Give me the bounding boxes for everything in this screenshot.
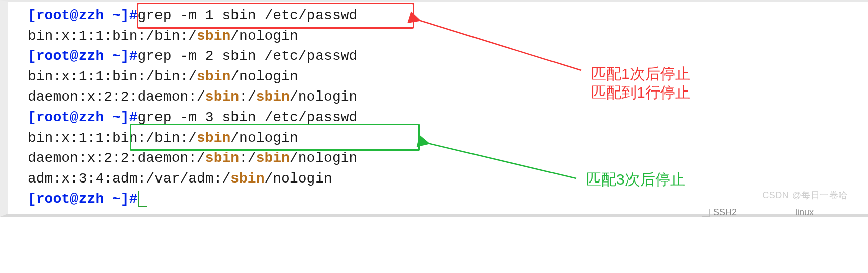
shell-prompt: [root@zzh ~]#	[28, 8, 137, 23]
output-text: bin:x:1:1:bin:/bin:/	[28, 28, 197, 44]
terminal-line: adm:x:3:4:adm:/var/adm:/sbin/nologin	[28, 169, 868, 190]
grep-match: sbin	[197, 28, 230, 44]
command-text: grep -m 1 sbin /etc/passwd	[137, 8, 357, 23]
terminal-line: [root@zzh ~]#grep -m 3 sbin /etc/passwd	[28, 108, 868, 128]
grep-match: sbin	[205, 150, 239, 166]
grep-match: sbin	[230, 171, 264, 187]
terminal-line: [root@zzh ~]#grep -m 2 sbin /etc/passwd	[28, 46, 868, 67]
command-text: grep -m 2 sbin /etc/passwd	[137, 48, 357, 64]
shell-prompt: [root@zzh ~]#	[28, 48, 137, 64]
grep-match: sbin	[205, 89, 239, 105]
grep-match: sbin	[197, 69, 230, 84]
status-indicator-icon	[702, 209, 710, 217]
terminal-line: bin:x:1:1:bin:/bin:/sbin/nologin	[28, 26, 868, 47]
cursor	[138, 191, 147, 207]
output-text: adm:x:3:4:adm:/var/adm:/	[28, 171, 230, 187]
output-text: /nologin	[230, 130, 298, 146]
output-text: /nologin	[230, 69, 298, 84]
terminal-line: bin:x:1:1:bin:/bin:/sbin/nologin	[28, 67, 868, 87]
output-text: daemon:x:2:2:daemon:/	[28, 150, 205, 166]
shell-prompt: [root@zzh ~]#	[28, 110, 137, 125]
terminal-line: daemon:x:2:2:daemon:/sbin:/sbin/nologin	[28, 87, 868, 108]
output-text: bin:x:1:1:bin:/bin:/	[28, 130, 197, 146]
watermark: CSDN @每日一卷哈	[762, 189, 848, 202]
output-text: bin:x:1:1:bin:/bin:/	[28, 69, 197, 84]
status-os: linux	[795, 206, 814, 217]
terminal-line: [root@zzh ~]#	[28, 189, 868, 210]
grep-match: sbin	[256, 150, 290, 166]
terminal-line: daemon:x:2:2:daemon:/sbin:/sbin/nologin	[28, 148, 868, 169]
command-text: grep -m 3 sbin /etc/passwd	[137, 110, 357, 125]
output-text: /nologin	[264, 171, 332, 187]
output-text: /nologin	[290, 89, 357, 105]
terminal-line: bin:x:1:1:bin:/bin:/sbin/nologin	[28, 128, 868, 149]
output-text: :/	[239, 89, 256, 105]
shell-prompt: [root@zzh ~]#	[28, 191, 137, 207]
output-text: /nologin	[290, 150, 357, 166]
terminal-output[interactable]: [root@zzh ~]#grep -m 1 sbin /etc/passwdb…	[0, 0, 868, 217]
status-ssh: SSH2	[713, 207, 737, 217]
grep-match: sbin	[197, 130, 230, 146]
terminal-line: [root@zzh ~]#grep -m 1 sbin /etc/passwd	[28, 6, 868, 26]
grep-match: sbin	[256, 89, 290, 105]
output-text: /nologin	[230, 28, 298, 44]
output-text: daemon:x:2:2:daemon:/	[28, 89, 205, 105]
output-text: :/	[239, 150, 256, 166]
